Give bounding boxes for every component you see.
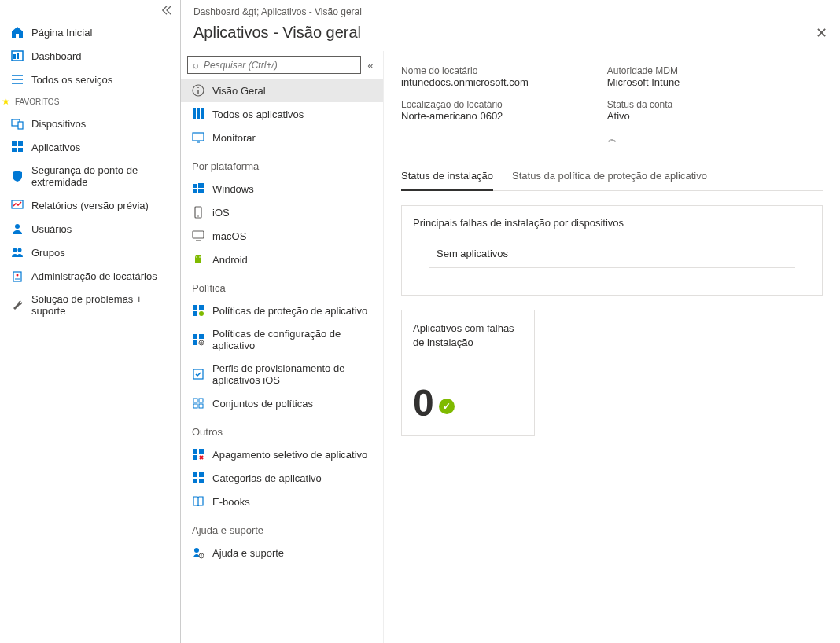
svg-rect-5 <box>12 141 17 146</box>
submenu-macos[interactable]: macOS <box>181 224 383 248</box>
submenu-selective-wipe[interactable]: Apagamento seletivo de aplicativo <box>181 443 383 466</box>
submenu-help[interactable]: ? Ajuda e suporte <box>181 541 383 564</box>
page-title: Aplicativos - Visão geral <box>193 24 361 42</box>
tenant-info: Nome do locatário intunedocs.onmicrosoft… <box>401 65 823 122</box>
submenu-label: Visão Geral <box>212 85 266 97</box>
protection-icon <box>192 304 204 317</box>
submenu-label: Windows <box>212 183 254 195</box>
macos-icon <box>192 230 204 242</box>
nav-all-services[interactable]: Todos os serviços <box>0 68 180 91</box>
policy-sets-icon <box>192 397 204 410</box>
svg-rect-17 <box>197 108 200 112</box>
home-icon <box>11 26 24 39</box>
svg-rect-53 <box>193 479 197 483</box>
submenu-app-config[interactable]: Políticas de configuração de aplicativo <box>181 322 383 357</box>
user-icon <box>11 222 24 235</box>
submenu-ebooks[interactable]: E-books <box>181 490 383 513</box>
tabs: Status de instalação Status da política … <box>401 164 823 191</box>
nav-home[interactable]: Página Inicial <box>0 20 180 44</box>
collapse-sidebar-button[interactable] <box>0 0 180 20</box>
nav-label: Grupos <box>31 247 65 259</box>
help-icon: ? <box>192 546 204 559</box>
collapse-submenu-button[interactable]: « <box>364 59 377 72</box>
nav-apps[interactable]: Aplicativos <box>0 135 180 159</box>
list-icon <box>11 73 24 86</box>
devices-icon <box>11 117 24 130</box>
submenu-all-apps[interactable]: Todos os aplicativos <box>181 102 383 126</box>
failures-empty-text: Sem aplicativos <box>429 248 795 268</box>
nav-groups[interactable]: Grupos <box>0 241 180 264</box>
svg-rect-19 <box>193 112 196 116</box>
mdm-label: Autoridade MDM <box>607 65 680 76</box>
submenu-windows[interactable]: Windows <box>181 177 383 200</box>
submenu-categories[interactable]: Categorias de aplicativo <box>181 466 383 490</box>
svg-rect-7 <box>12 148 17 152</box>
submenu-ios-provisioning[interactable]: Perfis de provisionamento de aplicativos… <box>181 357 383 391</box>
nav-tenant-admin[interactable]: Administração de locatários <box>0 264 180 288</box>
svg-rect-27 <box>198 183 204 188</box>
groups-icon <box>11 246 24 259</box>
svg-rect-18 <box>201 108 204 112</box>
svg-text:?: ? <box>201 553 203 558</box>
failures-card: Principais falhas de instalação por disp… <box>401 205 823 296</box>
provisioning-icon <box>192 368 204 380</box>
breadcrumb[interactable]: Dashboard &gt; Aplicativos - Visão geral <box>181 0 840 20</box>
nav-users[interactable]: Usuários <box>0 217 180 241</box>
svg-rect-54 <box>199 479 204 483</box>
tab-install-status[interactable]: Status de instalação <box>401 164 493 191</box>
submenu-label: macOS <box>212 230 246 242</box>
dashboard-icon <box>11 50 24 62</box>
svg-rect-48 <box>193 449 197 454</box>
nav-troubleshoot[interactable]: Solução de problemas + suporte <box>0 288 180 322</box>
svg-point-38 <box>199 311 204 316</box>
close-button[interactable]: ✕ <box>816 24 827 42</box>
submenu-android[interactable]: Android <box>181 248 383 271</box>
install-fail-card: Aplicativos com falhas de instalação 0 ✓ <box>401 310 535 436</box>
submenu-label: Políticas de proteção de aplicativo <box>212 305 367 317</box>
svg-point-31 <box>197 215 199 217</box>
nav-reports[interactable]: Relatórios (versão prévia) <box>0 193 180 217</box>
tenant-location-label: Localização do locatário <box>401 99 529 110</box>
submenu-label: Políticas de configuração de aplicativo <box>212 328 372 351</box>
submenu-label: Apagamento seletivo de aplicativo <box>212 449 367 461</box>
svg-rect-16 <box>193 108 196 112</box>
nav-dashboard[interactable]: Dashboard <box>0 44 180 68</box>
ios-icon <box>192 206 204 219</box>
nav-endpoint-security[interactable]: Segurança do ponto de extremidade <box>0 159 180 193</box>
submenu-ios[interactable]: iOS <box>181 200 383 224</box>
info-icon <box>192 84 204 97</box>
nav-label: Solução de problemas + suporte <box>31 293 169 317</box>
submenu-monitor[interactable]: Monitorar <box>181 126 383 149</box>
submenu-policy-sets[interactable]: Conjuntos de políticas <box>181 391 383 415</box>
main-sidebar: Página Inicial Dashboard Todos os serviç… <box>0 0 181 643</box>
apps-icon <box>11 141 24 153</box>
tab-protection-status[interactable]: Status da política de proteção de aplica… <box>512 164 707 190</box>
submenu-heading-help: Ajuda e suporte <box>181 513 383 541</box>
android-icon <box>192 253 204 266</box>
submenu-label: iOS <box>212 207 230 219</box>
svg-point-10 <box>15 224 20 229</box>
svg-rect-29 <box>198 189 204 193</box>
svg-rect-20 <box>197 112 200 116</box>
svg-point-12 <box>18 248 22 252</box>
check-icon: ✓ <box>439 399 455 414</box>
submenu-label: Perfis de provisionamento de aplicativos… <box>212 362 372 386</box>
svg-rect-36 <box>199 305 204 310</box>
svg-rect-49 <box>199 449 204 454</box>
tenant-location-value: Norte-americano 0602 <box>401 110 529 122</box>
search-input[interactable] <box>204 60 356 71</box>
nav-devices[interactable]: Dispositivos <box>0 112 180 135</box>
submenu-overview[interactable]: Visão Geral <box>181 79 383 102</box>
svg-rect-35 <box>193 305 197 310</box>
svg-rect-8 <box>18 148 23 152</box>
submenu-app-protection[interactable]: Políticas de proteção de aplicativo <box>181 299 383 322</box>
collapse-info-button[interactable]: ︽ <box>401 128 823 149</box>
svg-rect-28 <box>193 189 197 193</box>
nav-label: Todos os serviços <box>31 74 112 86</box>
nav-label: Dashboard <box>31 50 82 62</box>
svg-rect-52 <box>199 472 204 477</box>
svg-rect-26 <box>193 184 197 188</box>
svg-rect-44 <box>193 399 197 402</box>
search-box[interactable]: ⌕ <box>187 56 361 74</box>
submenu-label: Categorias de aplicativo <box>212 472 322 484</box>
